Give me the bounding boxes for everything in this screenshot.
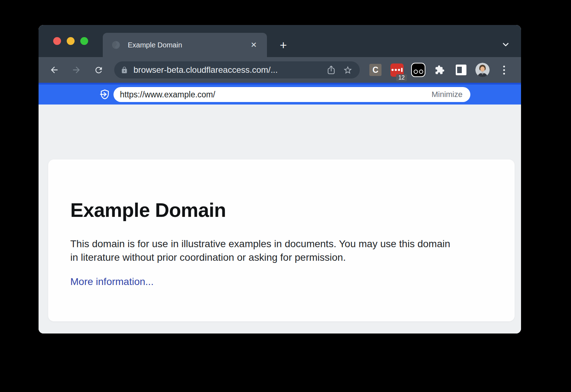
- window-controls: [53, 37, 88, 45]
- side-panel-button[interactable]: [450, 61, 472, 79]
- kebab-menu-icon: [503, 66, 505, 75]
- lock-icon: [121, 66, 128, 74]
- extension-lastpass-button[interactable]: 12: [386, 61, 408, 79]
- new-tab-button[interactable]: +: [276, 37, 291, 53]
- profile-avatar: [475, 63, 490, 77]
- page-viewport: Example Domain This domain is for use in…: [39, 105, 521, 334]
- puzzle-piece-icon: [435, 65, 445, 75]
- isolation-url-text: https://www.example.com/: [120, 90, 431, 100]
- page-paragraph: This domain is for use in illustrative e…: [70, 237, 456, 264]
- globe-favicon-icon: [111, 40, 121, 50]
- bookmark-star-icon[interactable]: [343, 65, 353, 75]
- window-close-button[interactable]: [53, 37, 61, 45]
- more-information-link[interactable]: More information...: [70, 276, 153, 287]
- lastpass-badge: 12: [396, 74, 407, 81]
- isolation-shield-icon: [98, 88, 111, 101]
- tab-example-domain[interactable]: Example Domain ✕: [103, 33, 267, 57]
- content-card: Example Domain This domain is for use in…: [48, 159, 515, 321]
- extension-c-button[interactable]: C: [365, 61, 386, 79]
- page-title: Example Domain: [70, 199, 492, 222]
- isolation-url-input[interactable]: https://www.example.com/ Minimize: [113, 87, 470, 102]
- c-extension-icon: C: [369, 64, 381, 76]
- tab-search-chevron-icon[interactable]: [500, 39, 512, 51]
- goggles-icon: [411, 63, 425, 77]
- extensions-area: C 12: [365, 61, 515, 79]
- reload-button[interactable]: [91, 62, 106, 78]
- tab-close-icon[interactable]: ✕: [248, 39, 260, 51]
- side-panel-icon: [456, 65, 466, 75]
- tab-title: Example Domain: [128, 41, 248, 49]
- back-button[interactable]: [46, 62, 62, 78]
- share-icon[interactable]: [327, 65, 336, 75]
- extensions-menu-button[interactable]: [429, 61, 450, 79]
- browser-toolbar: browser-beta.cloudflareaccess.com/... C …: [39, 57, 521, 83]
- browser-window: Example Domain ✕ + browser-beta.cloudfla…: [39, 25, 521, 334]
- minimize-bar-button[interactable]: Minimize: [431, 90, 463, 99]
- tab-strip: Example Domain ✕ +: [39, 25, 521, 57]
- forward-button[interactable]: [69, 62, 84, 78]
- isolation-bar: https://www.example.com/ Minimize: [39, 83, 521, 105]
- browser-menu-button[interactable]: [493, 61, 515, 79]
- window-zoom-button[interactable]: [80, 37, 88, 45]
- extension-goggles-button[interactable]: [408, 61, 429, 79]
- address-bar[interactable]: browser-beta.cloudflareaccess.com/...: [114, 61, 360, 78]
- address-bar-url: browser-beta.cloudflareaccess.com/...: [133, 65, 319, 75]
- window-minimize-button[interactable]: [67, 37, 75, 45]
- profile-button[interactable]: [472, 61, 493, 79]
